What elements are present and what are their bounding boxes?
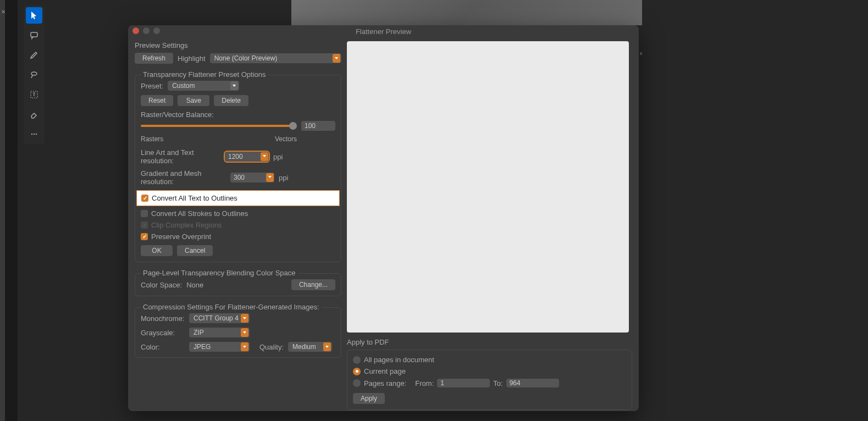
flattener-preview-dialog: Flattener Preview Preview Settings Refre…: [128, 25, 639, 411]
minimize-window-button[interactable]: [143, 27, 150, 34]
svg-point-1: [31, 72, 37, 75]
color-space-label: Color Space:: [141, 281, 182, 289]
svg-rect-0: [31, 32, 37, 37]
quality-value: Medium: [292, 343, 316, 351]
slider-thumb[interactable]: [289, 122, 297, 130]
window-controls: [132, 27, 160, 34]
highlight-select-value: None (Color Preview): [214, 54, 278, 62]
apply-to-pdf-label: Apply to PDF: [347, 338, 632, 346]
gradient-unit: ppi: [279, 174, 288, 182]
chevron-down-icon: [333, 54, 340, 63]
close-icon[interactable]: ✕: [1, 9, 5, 15]
clip-complex-label: Clip Complex Regions: [151, 221, 222, 229]
convert-strokes-checkbox-row[interactable]: Convert All Strokes to Outlines: [141, 209, 335, 218]
close-window-button[interactable]: [132, 27, 139, 34]
chevron-down-icon: [241, 342, 248, 351]
pages-range-radio[interactable]: [353, 379, 361, 387]
color-select[interactable]: JPEG: [189, 342, 250, 352]
vectors-label: Vectors: [275, 135, 297, 143]
save-button[interactable]: Save: [178, 95, 209, 106]
pages-range-radio-row[interactable]: Pages range: From: To:: [353, 379, 626, 387]
app-left-edge: ✕: [0, 0, 5, 421]
convert-text-label: Convert All Text to Outlines: [152, 194, 237, 202]
grayscale-select[interactable]: ZIP: [189, 328, 250, 337]
quality-select[interactable]: Medium: [288, 342, 332, 352]
document-image-strip: [291, 0, 642, 25]
to-label: To:: [493, 379, 502, 387]
all-pages-radio[interactable]: [353, 356, 361, 364]
highlight-label: Highlight: [178, 54, 206, 63]
eraser-tool[interactable]: [26, 106, 42, 123]
flattener-options-group: Transparency Flattener Preset Options Pr…: [135, 75, 341, 262]
monochrome-label: Monochrome:: [141, 314, 185, 323]
preview-pane: [347, 41, 629, 333]
line-art-unit: ppi: [273, 153, 283, 161]
convert-strokes-checkbox[interactable]: [141, 210, 148, 217]
flattener-options-label: Transparency Flattener Preset Options: [141, 70, 268, 79]
monochrome-select[interactable]: CCITT Group 4: [189, 313, 250, 323]
highlight-tool[interactable]: [26, 47, 42, 63]
ok-button[interactable]: OK: [141, 245, 173, 256]
document-edge-marker: [640, 52, 642, 55]
line-art-resolution-combo[interactable]: [225, 152, 269, 162]
comment-tool[interactable]: [26, 27, 42, 43]
gradient-resolution-combo[interactable]: [230, 173, 274, 182]
change-button[interactable]: Change...: [291, 279, 335, 290]
balance-value-input[interactable]: [301, 121, 335, 131]
tool-palette: [24, 5, 45, 144]
lasso-tool[interactable]: [26, 67, 42, 83]
convert-text-checkbox-row[interactable]: Convert All Text to Outlines: [136, 190, 340, 206]
convert-strokes-label: Convert All Strokes to Outlines: [151, 209, 248, 218]
chevron-down-icon: [323, 342, 331, 351]
chevron-down-icon: [241, 328, 248, 337]
svg-point-4: [34, 134, 35, 135]
rasters-label: Rasters: [141, 135, 163, 143]
text-frame-tool[interactable]: [26, 86, 42, 103]
compression-label: Compression Settings For Flattener-Gener…: [141, 303, 322, 311]
cancel-button[interactable]: Cancel: [177, 245, 213, 256]
dialog-titlebar[interactable]: Flattener Preview: [128, 25, 639, 36]
all-pages-label: All pages in document: [364, 356, 434, 364]
monochrome-value: CCITT Group 4: [193, 314, 239, 322]
grayscale-value: ZIP: [193, 329, 204, 336]
zoom-window-button[interactable]: [153, 27, 160, 34]
reset-button[interactable]: Reset: [141, 95, 173, 106]
all-pages-radio-row[interactable]: All pages in document: [353, 356, 626, 364]
current-page-radio-row[interactable]: Current page: [353, 367, 626, 375]
gradient-label: Gradient and Mesh resolution:: [141, 169, 226, 186]
to-input[interactable]: [506, 379, 559, 387]
preset-select-value: Custom: [172, 82, 195, 90]
convert-text-checkbox[interactable]: [141, 195, 148, 202]
from-label: From:: [415, 379, 434, 387]
apply-button[interactable]: Apply: [353, 393, 385, 404]
balance-label: Raster/Vector Balance:: [141, 110, 335, 119]
preserve-overprint-checkbox[interactable]: [141, 233, 148, 240]
current-page-label: Current page: [364, 367, 406, 375]
quality-label: Quality:: [259, 343, 284, 351]
svg-point-5: [36, 134, 37, 135]
current-page-radio[interactable]: [353, 368, 361, 375]
grayscale-label: Grayscale:: [141, 329, 185, 337]
selection-tool[interactable]: [26, 7, 42, 24]
preserve-overprint-label: Preserve Overprint: [151, 232, 211, 241]
clip-complex-checkbox: [141, 221, 148, 229]
balance-slider[interactable]: [141, 125, 297, 127]
chevron-down-icon: [230, 81, 238, 90]
color-space-value: None: [186, 281, 203, 289]
highlight-select[interactable]: None (Color Preview): [210, 53, 341, 63]
chevron-down-icon: [261, 152, 268, 161]
svg-point-3: [31, 134, 32, 135]
clip-complex-checkbox-row: Clip Complex Regions: [141, 221, 335, 229]
blending-label: Page-Level Transparency Blending Color S…: [141, 269, 298, 277]
compression-group: Compression Settings For Flattener-Gener…: [135, 307, 341, 358]
line-art-label: Line Art and Text resolution:: [141, 148, 220, 165]
pages-range-label: Pages range:: [364, 379, 406, 387]
preserve-overprint-checkbox-row[interactable]: Preserve Overprint: [141, 232, 335, 241]
dialog-title: Flattener Preview: [356, 27, 411, 36]
apply-to-pdf-group: All pages in document Current page Pages…: [347, 350, 632, 410]
from-input[interactable]: [437, 379, 490, 387]
preset-select[interactable]: Custom: [168, 81, 239, 91]
delete-button[interactable]: Delete: [214, 95, 248, 106]
refresh-button[interactable]: Refresh: [135, 53, 173, 64]
more-tools[interactable]: [26, 126, 42, 142]
